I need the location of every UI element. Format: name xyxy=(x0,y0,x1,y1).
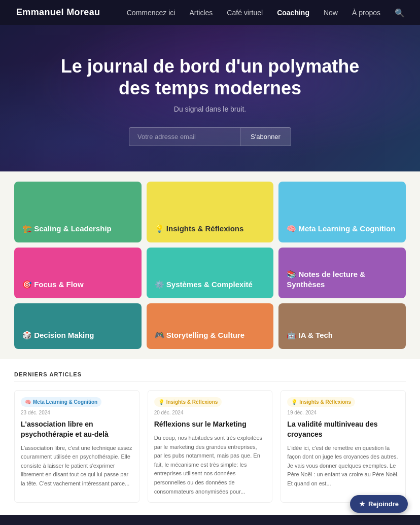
category-grid: 🏗️ Scaling & Leadership💡 Insights & Réfl… xyxy=(14,182,406,349)
article-card[interactable]: 💡 Insights & Réflexions 20 déc. 2024 Réf… xyxy=(148,390,273,503)
category-label-scaling: 🏗️ Scaling & Leadership xyxy=(22,224,112,234)
category-card-insights[interactable]: 💡 Insights & Réflexions xyxy=(147,182,274,242)
hero-title: Le journal de bord d'un polymathe des te… xyxy=(58,55,362,99)
nav-link-apropos[interactable]: À propos xyxy=(352,9,380,17)
category-card-systemes[interactable]: ⚙️ Systèmes & Complexité xyxy=(147,248,274,298)
category-label-systemes: ⚙️ Systèmes & Complexité xyxy=(155,279,253,290)
category-card-focus[interactable]: 🎯 Focus & Flow xyxy=(14,248,142,298)
category-label-focus: 🎯 Focus & Flow xyxy=(22,279,84,290)
tag-emoji: 🧠 xyxy=(25,399,31,405)
articles-section: DERNIERS ARTICLES 🧠 Meta Learning & Cogn… xyxy=(0,359,420,515)
category-card-notes[interactable]: 📚 Notes de lecture & Synthèses xyxy=(278,248,406,298)
category-label-insights: 💡 Insights & Réflexions xyxy=(155,224,244,234)
tag-label: Meta Learning & Cognition xyxy=(33,399,97,405)
section-title: DERNIERS ARTICLES xyxy=(14,371,406,382)
category-label-storytelling: 🎮 Storytelling & Culture xyxy=(155,330,244,340)
category-card-ia[interactable]: 🤖 IA & Tech xyxy=(278,303,406,349)
category-label-ia: 🤖 IA & Tech xyxy=(287,330,333,340)
nav-link-articles[interactable]: Articles xyxy=(189,9,213,17)
article-card[interactable]: 🧠 Meta Learning & Cognition 23 déc. 2024… xyxy=(14,390,139,503)
category-card-scaling[interactable]: 🏗️ Scaling & Leadership xyxy=(14,182,142,242)
article-excerpt: L'idée ici, c'est de remettre en questio… xyxy=(287,444,399,488)
category-label-decision: 🎲 Decision Making xyxy=(22,330,94,340)
category-label-meta: 🧠 Meta Learning & Cognition xyxy=(287,224,395,234)
nav-link-commencez[interactable]: Commencez ici xyxy=(127,9,176,17)
nav-logo[interactable]: Emmanuel Moreau xyxy=(16,7,100,18)
subscribe-button[interactable]: S'abonner xyxy=(240,127,291,146)
article-title: L'association libre en psychothérapie et… xyxy=(21,419,133,439)
nav-link-cafe[interactable]: Café virtuel xyxy=(227,9,263,17)
article-tag: 💡 Insights & Réflexions xyxy=(287,397,355,407)
email-input[interactable] xyxy=(129,127,240,146)
join-label: Rejoindre xyxy=(368,500,399,508)
category-label-notes: 📚 Notes de lecture & Synthèses xyxy=(287,269,398,289)
article-card[interactable]: 💡 Insights & Réflexions 19 déc. 2024 La … xyxy=(281,390,406,503)
tag-label: Insights & Réflexions xyxy=(299,399,351,405)
article-date: 23 déc. 2024 xyxy=(21,410,133,415)
article-title: La validité multiniveau des croyances xyxy=(287,419,399,439)
join-button[interactable]: ★ Rejoindre xyxy=(350,495,408,513)
categories-section: 🏗️ Scaling & Leadership💡 Insights & Réfl… xyxy=(0,171,420,359)
article-tag: 🧠 Meta Learning & Cognition xyxy=(21,397,101,407)
article-title: Réflexions sur le Marketing xyxy=(154,419,266,430)
articles-grid: 🧠 Meta Learning & Cognition 23 déc. 2024… xyxy=(14,390,406,503)
hero-form: S'abonner xyxy=(16,127,404,146)
category-card-storytelling[interactable]: 🎮 Storytelling & Culture xyxy=(147,303,274,349)
nav-links: Commencez ici Articles Café virtuel Coac… xyxy=(127,8,404,17)
category-card-meta[interactable]: 🧠 Meta Learning & Cognition xyxy=(278,182,406,242)
tag-emoji: 💡 xyxy=(291,399,297,405)
navbar: Emmanuel Moreau Commencez ici Articles C… xyxy=(0,0,420,25)
article-date: 20 déc. 2024 xyxy=(154,410,266,415)
article-excerpt: L'association libre, c'est une technique… xyxy=(21,444,133,488)
article-date: 19 déc. 2024 xyxy=(287,410,399,415)
search-icon[interactable]: 🔍 xyxy=(395,8,404,17)
hero-section: Le journal de bord d'un polymathe des te… xyxy=(0,25,420,171)
nav-link-coaching[interactable]: Coaching xyxy=(277,9,309,17)
tag-label: Insights & Réflexions xyxy=(166,399,218,405)
tag-emoji: 💡 xyxy=(158,399,164,405)
article-excerpt: Du coup, nos habitudes sont très exploit… xyxy=(154,434,266,496)
nav-link-now[interactable]: Now xyxy=(324,9,338,17)
hero-subtitle: Du signal dans le bruit. xyxy=(16,105,404,113)
category-card-decision[interactable]: 🎲 Decision Making xyxy=(14,303,142,349)
star-icon: ★ xyxy=(359,500,365,508)
article-tag: 💡 Insights & Réflexions xyxy=(154,397,222,407)
